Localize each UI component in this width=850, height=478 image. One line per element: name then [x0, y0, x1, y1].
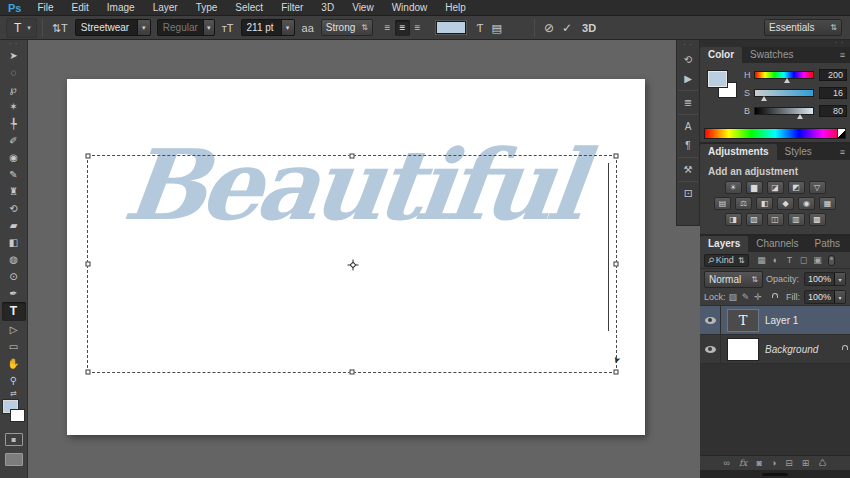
healing-brush-tool[interactable]: ◉ — [2, 149, 26, 166]
eye-icon[interactable] — [705, 346, 716, 353]
filter-kind-select[interactable]: ⚲ Kind ⇅ — [704, 254, 749, 267]
curves-icon[interactable]: ◪ — [767, 181, 784, 194]
font-style-select[interactable]: Regular ▾ — [157, 19, 215, 36]
background-thumbnail[interactable] — [727, 338, 759, 361]
history-brush-tool[interactable]: ⟲ — [2, 200, 26, 217]
panel-menu-icon[interactable]: ≡ — [835, 147, 850, 157]
panel-grip[interactable]: · · — [9, 40, 19, 47]
layer-name[interactable]: Layer 1 — [765, 315, 798, 326]
menu-window[interactable]: Window — [383, 2, 437, 13]
crop-tool[interactable]: ╄ — [2, 115, 26, 132]
chevron-down-icon[interactable]: ▾ — [203, 20, 214, 35]
saturation-value[interactable]: 16 — [819, 87, 847, 99]
lock-transparency-icon[interactable]: ▨ — [728, 292, 739, 302]
brush-tool[interactable]: ✎ — [2, 166, 26, 183]
hue-slider[interactable] — [754, 71, 814, 79]
tab-channels[interactable]: Channels — [748, 236, 806, 252]
clone-stamp-tool[interactable]: ♜ — [2, 183, 26, 200]
actions-icon[interactable]: ▶ — [677, 70, 699, 87]
panel-grip[interactable]: · · — [700, 40, 850, 47]
filter-shape-icon[interactable]: ◻ — [797, 255, 811, 265]
hand-tool[interactable]: ✋ — [2, 355, 26, 372]
handle-top-right[interactable] — [614, 154, 619, 159]
text-orientation-icon[interactable]: ⇅T — [48, 17, 72, 39]
menu-layer[interactable]: Layer — [144, 2, 187, 13]
font-size-select[interactable]: 211 pt ▾ — [241, 19, 295, 36]
warp-text-icon[interactable]: Ƭ — [473, 17, 488, 39]
tab-adjustments[interactable]: Adjustments — [700, 144, 777, 160]
path-selection-tool[interactable]: ▷ — [2, 321, 26, 338]
eyedropper-tool[interactable]: ✐ — [2, 132, 26, 149]
3d-button[interactable]: 3D — [576, 22, 602, 34]
panel-grip[interactable]: · · — [683, 41, 693, 48]
toggle-panels-icon[interactable]: ▤ — [488, 17, 506, 39]
align-right-button[interactable]: ≡ — [410, 20, 425, 36]
align-left-button[interactable]: ≡ — [380, 20, 395, 36]
chevron-down-icon[interactable]: ▾ — [281, 20, 294, 35]
new-layer-icon[interactable]: ⊞ — [802, 458, 810, 468]
tab-swatches[interactable]: Swatches — [742, 47, 801, 63]
menu-3d[interactable]: 3D — [312, 2, 343, 13]
threshold-icon[interactable]: ◫ — [767, 213, 784, 226]
invert-icon[interactable]: ◨ — [725, 213, 742, 226]
handle-top-center[interactable] — [350, 154, 355, 159]
tab-paths[interactable]: Paths — [807, 236, 849, 252]
workspace-select[interactable]: Essentials ⇅ — [764, 19, 842, 36]
rectangle-tool[interactable]: ▭ — [2, 338, 26, 355]
font-family-select[interactable]: Streetwear ▾ — [75, 19, 151, 36]
eraser-tool[interactable]: ▰ — [2, 217, 26, 234]
character-panel-icon[interactable]: A — [677, 118, 699, 135]
slider-marker[interactable] — [761, 96, 767, 101]
resize-handle[interactable] — [762, 473, 788, 476]
lasso-tool[interactable]: ℘ — [2, 81, 26, 98]
commit-edit-icon[interactable]: ✓ — [558, 17, 576, 39]
exposure-icon[interactable]: ◩ — [788, 181, 805, 194]
menu-type[interactable]: Type — [187, 2, 227, 13]
fill-field[interactable]: 100% ▾ — [804, 290, 846, 304]
swap-colors-icon[interactable]: ⇄ — [10, 389, 17, 399]
delete-layer-icon[interactable]: ♺ — [818, 458, 826, 468]
posterize-icon[interactable]: ▧ — [746, 213, 763, 226]
filter-toggle-switch[interactable] — [828, 255, 835, 266]
anti-alias-select[interactable]: Strong ⇅ — [321, 19, 373, 36]
opacity-field[interactable]: 100% ▾ — [804, 272, 846, 286]
quick-selection-tool[interactable]: ✶ — [2, 98, 26, 115]
handle-middle-left[interactable] — [86, 262, 91, 267]
blend-mode-select[interactable]: Normal ⇅ — [704, 271, 763, 288]
brightness-slider[interactable] — [754, 107, 814, 115]
menu-image[interactable]: Image — [98, 2, 144, 13]
gradient-tool[interactable]: ◧ — [2, 234, 26, 251]
paragraph-panel-icon[interactable]: ¶ — [677, 137, 699, 154]
align-center-button[interactable]: ≡ — [395, 20, 410, 36]
foreground-color-swatch[interactable] — [708, 71, 727, 87]
color-spectrum-bar[interactable] — [704, 128, 846, 139]
canvas-area[interactable]: Beautiful ➤ — [28, 40, 676, 478]
handle-bottom-center[interactable] — [350, 370, 355, 375]
new-group-icon[interactable]: ⊟ — [785, 458, 793, 468]
filter-adjustment-icon[interactable]: ◐ — [769, 255, 783, 265]
cancel-edit-icon[interactable]: ⊘ — [540, 17, 558, 39]
photo-filter-icon[interactable]: ◆ — [777, 197, 794, 210]
menu-help[interactable]: Help — [436, 2, 475, 13]
filter-type-icon[interactable]: T — [783, 255, 797, 265]
3d-panel-icon[interactable]: ⚀ — [677, 185, 699, 202]
visibility-cell[interactable] — [700, 335, 721, 363]
menu-view[interactable]: View — [343, 2, 383, 13]
type-layer-thumbnail[interactable]: T — [727, 309, 759, 332]
tab-styles[interactable]: Styles — [777, 144, 820, 160]
menu-select[interactable]: Select — [226, 2, 272, 13]
layer-row-layer1[interactable]: T Layer 1 — [700, 306, 850, 335]
chevron-down-icon[interactable]: ▾ — [834, 291, 845, 303]
menu-filter[interactable]: Filter — [272, 2, 312, 13]
tool-preset-picker[interactable]: T ▾ — [6, 18, 37, 38]
handle-bottom-right[interactable] — [614, 370, 619, 375]
layer-name[interactable]: Background — [765, 344, 818, 355]
menu-edit[interactable]: Edit — [63, 2, 98, 13]
handle-top-left[interactable] — [86, 154, 91, 159]
vibrance-icon[interactable]: ▽ — [809, 181, 826, 194]
handle-middle-right[interactable] — [614, 262, 619, 267]
filter-smart-object-icon[interactable]: ▣ — [811, 255, 825, 265]
hue-value[interactable]: 200 — [819, 69, 847, 81]
dodge-tool[interactable]: ⊙ — [2, 268, 26, 285]
panel-menu-icon[interactable]: ≡ — [835, 50, 850, 60]
